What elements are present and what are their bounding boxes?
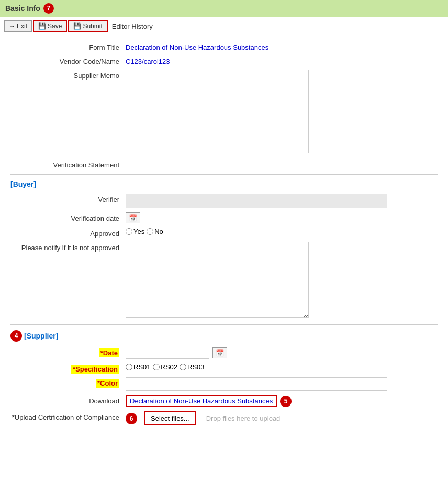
specification-field: RS01 RS02 RS03 xyxy=(126,363,205,372)
specification-row: *Specification RS01 RS02 RS03 xyxy=(10,363,438,373)
exit-label: Exit xyxy=(17,22,27,30)
notify-row: Please notify if it is not approved xyxy=(10,242,438,319)
verifier-row: Verifier xyxy=(10,194,438,208)
supplier-memo-field[interactable] xyxy=(126,70,309,155)
drop-zone-text: Drop files here to upload xyxy=(201,412,286,424)
date-calendar-icon[interactable]: 📅 xyxy=(212,347,227,358)
approved-no-label: No xyxy=(154,228,163,235)
toolbar: → Exit 💾 Save 💾 Submit Editor History xyxy=(0,17,448,36)
date-row: *Date 📅 xyxy=(10,347,438,359)
verification-date-field: 📅 xyxy=(126,212,140,223)
spec-rs01-option[interactable]: RS01 xyxy=(126,363,151,371)
header-title: Basic Info xyxy=(5,4,40,13)
approved-field: Yes No xyxy=(126,228,163,237)
header-bar: Basic Info 7 xyxy=(0,0,448,17)
approved-label: Approved xyxy=(10,228,126,238)
submit-icon: 💾 xyxy=(73,22,81,30)
verification-statement-label: Verification Statement xyxy=(10,159,126,169)
submit-button[interactable]: 💾 Submit xyxy=(68,20,107,32)
spec-radio-group: RS01 RS02 RS03 xyxy=(126,363,205,371)
download-field: Declaration of Non-Use Hazardous Substan… xyxy=(126,395,294,407)
download-badge: 5 xyxy=(280,396,292,407)
spec-rs01-label: RS01 xyxy=(133,363,151,371)
save-icon: 💾 xyxy=(38,22,46,30)
buyer-section-title: [Buyer] xyxy=(10,180,438,188)
download-label: Download xyxy=(10,395,126,405)
verifier-label: Verifier xyxy=(10,194,126,204)
upload-badge: 6 xyxy=(126,413,137,424)
save-label: Save xyxy=(48,22,62,30)
spec-rs03-label: RS03 xyxy=(187,363,205,371)
form-title-value: Declaration of Non-Use Hazardous Substan… xyxy=(126,41,438,51)
notify-field[interactable] xyxy=(126,242,309,319)
verifier-field xyxy=(126,194,387,208)
approved-row: Approved Yes No xyxy=(10,228,438,238)
upload-field: 6 Select files... Drop files here to upl… xyxy=(126,411,285,425)
vendor-code-label: Vendor Code/Name xyxy=(10,55,126,65)
supplier-memo-row: Supplier Memo xyxy=(10,70,438,155)
spec-rs03-radio[interactable] xyxy=(180,364,186,370)
calendar-icon[interactable]: 📅 xyxy=(126,212,140,223)
color-label-text: *Color xyxy=(96,379,119,388)
upload-label: *Upload Certification of Compliance xyxy=(10,411,126,421)
editor-history-button[interactable]: Editor History xyxy=(109,21,156,32)
verification-date-label: Verification date xyxy=(10,212,126,222)
form-section: Form Title Declaration of Non-Use Hazard… xyxy=(0,36,448,435)
vendor-code-row: Vendor Code/Name C123/carol123 xyxy=(10,55,438,65)
color-input[interactable] xyxy=(126,377,387,391)
supplier-section-title: [Supplier] xyxy=(24,332,58,340)
specification-label-text: *Specification xyxy=(71,365,119,374)
upload-label-text: *Upload Certification of Compliance xyxy=(12,413,119,421)
supplier-memo-label: Supplier Memo xyxy=(10,70,126,80)
select-files-button[interactable]: Select files... xyxy=(144,411,196,425)
color-label: *Color xyxy=(10,377,126,387)
approved-no-option[interactable]: No xyxy=(147,228,163,235)
form-title-row: Form Title Declaration of Non-Use Hazard… xyxy=(10,41,438,51)
supplier-memo-textarea[interactable] xyxy=(126,70,309,153)
exit-icon: → xyxy=(9,22,15,30)
specification-label: *Specification xyxy=(10,363,126,373)
editor-history-label: Editor History xyxy=(112,22,153,30)
save-button[interactable]: 💾 Save xyxy=(33,20,67,32)
approved-radio-group: Yes No xyxy=(126,228,163,235)
approved-yes-radio[interactable] xyxy=(126,228,132,235)
submit-label: Submit xyxy=(83,22,102,30)
date-input[interactable] xyxy=(126,347,209,359)
color-field[interactable] xyxy=(126,377,387,391)
notify-label: Please notify if it is not approved xyxy=(10,242,126,252)
header-badge: 7 xyxy=(43,3,54,14)
approved-yes-label: Yes xyxy=(133,228,144,235)
approved-no-radio[interactable] xyxy=(147,228,153,235)
approved-yes-option[interactable]: Yes xyxy=(126,228,144,235)
verification-date-row: Verification date 📅 xyxy=(10,212,438,223)
spec-rs02-radio[interactable] xyxy=(153,364,160,370)
color-row: *Color xyxy=(10,377,438,391)
exit-button[interactable]: → Exit xyxy=(4,20,32,32)
notify-textarea[interactable] xyxy=(126,242,309,318)
download-row: Download Declaration of Non-Use Hazardou… xyxy=(10,395,438,407)
supplier-section-header: 4 [Supplier] xyxy=(10,330,438,342)
verifier-input[interactable] xyxy=(126,194,387,208)
spec-rs01-radio[interactable] xyxy=(126,364,132,370)
download-link[interactable]: Declaration of Non-Use Hazardous Substan… xyxy=(126,395,277,407)
spec-rs02-option[interactable]: RS02 xyxy=(153,363,178,371)
divider-2 xyxy=(10,324,438,325)
date-field: 📅 xyxy=(126,347,227,359)
upload-row: *Upload Certification of Compliance 6 Se… xyxy=(10,411,438,425)
date-label: *Date xyxy=(10,347,126,357)
verification-statement-row: Verification Statement xyxy=(10,159,438,169)
date-label-text: *Date xyxy=(99,348,119,357)
spec-rs03-option[interactable]: RS03 xyxy=(180,363,205,371)
form-title-label: Form Title xyxy=(10,41,126,51)
spec-rs02-label: RS02 xyxy=(161,363,178,371)
divider-1 xyxy=(10,174,438,175)
supplier-badge: 4 xyxy=(10,330,22,342)
vendor-code-value: C123/carol123 xyxy=(126,55,438,65)
